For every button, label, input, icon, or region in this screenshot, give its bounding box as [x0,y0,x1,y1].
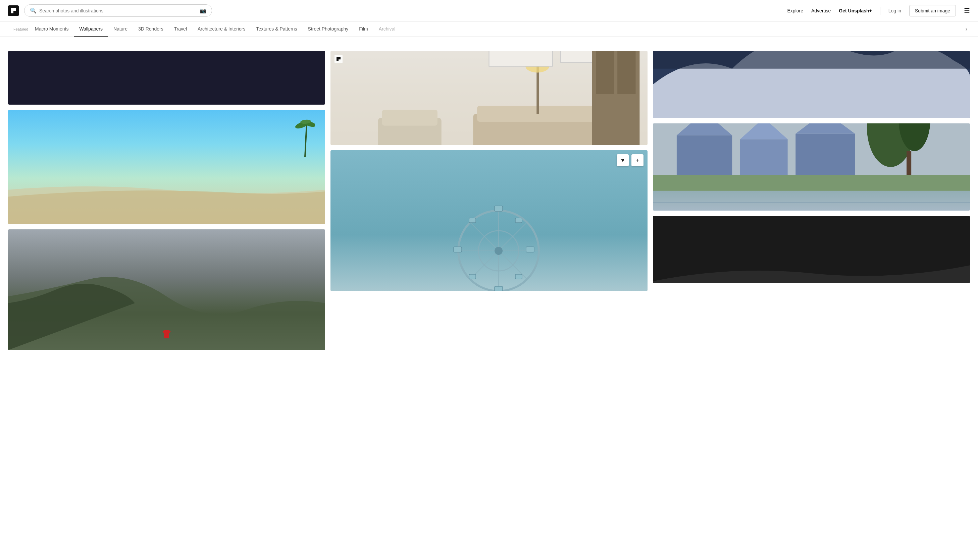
header: 🔍 📷 Explore Advertise Get Unsplash+ Log … [0,0,978,22]
advertise-link[interactable]: Advertise [811,8,831,13]
search-icon: 🔍 [30,7,37,14]
photo-card[interactable] [653,51,970,118]
photo-column-1 [8,51,325,350]
tab-archival[interactable]: Archival [374,22,401,37]
photo-overlay [330,150,648,291]
camera-search-button[interactable]: 📷 [200,7,206,14]
login-link[interactable]: Log in [888,8,901,13]
photo-column-2: ♥ + [330,51,648,291]
photo-card[interactable] [8,110,325,224]
photo-card[interactable] [653,123,970,211]
header-nav: Explore Advertise Get Unsplash+ Log in S… [788,5,970,17]
tab-travel[interactable]: Travel [169,22,192,37]
photo-overlay [653,51,970,118]
explore-link[interactable]: Explore [788,8,803,13]
photo-overlay [8,229,325,350]
photo-overlay [330,51,648,145]
submit-image-button[interactable]: Submit an image [909,5,956,17]
main-content: ♥ + [0,43,978,358]
photo-grid: ♥ + [8,51,970,350]
search-input[interactable] [39,8,197,13]
photo-overlay [8,110,325,224]
hamburger-menu-button[interactable]: ☰ [964,7,970,15]
tab-architecture[interactable]: Architecture & Interiors [192,22,250,37]
tab-3d-renders[interactable]: 3D Renders [133,22,169,37]
divider [880,7,880,15]
photo-overlay [8,51,325,105]
photo-card[interactable]: ♥ + [330,150,648,291]
photo-overlay [653,123,970,211]
unsplash-logo[interactable] [8,5,19,16]
tab-street[interactable]: Street Photography [303,22,354,37]
photo-card[interactable] [330,51,648,145]
photo-column-3 [653,51,970,283]
tab-textures[interactable]: Textures & Patterns [250,22,302,37]
tab-macro-moments[interactable]: Macro Moments [30,22,74,37]
featured-label: Featured [8,22,30,36]
photo-overlay [653,216,970,283]
nav-tabs: Featured Macro Moments Wallpapers Nature… [0,22,978,37]
tab-film[interactable]: Film [354,22,373,37]
nav-scroll-right-button[interactable]: › [963,23,970,35]
photo-card[interactable] [8,51,325,105]
search-bar[interactable]: 🔍 📷 [24,4,212,17]
tab-nature[interactable]: Nature [108,22,133,37]
tab-wallpapers[interactable]: Wallpapers [74,22,108,37]
get-plus-link[interactable]: Get Unsplash+ [839,8,872,13]
photo-card[interactable] [8,229,325,350]
photo-card[interactable] [653,216,970,283]
